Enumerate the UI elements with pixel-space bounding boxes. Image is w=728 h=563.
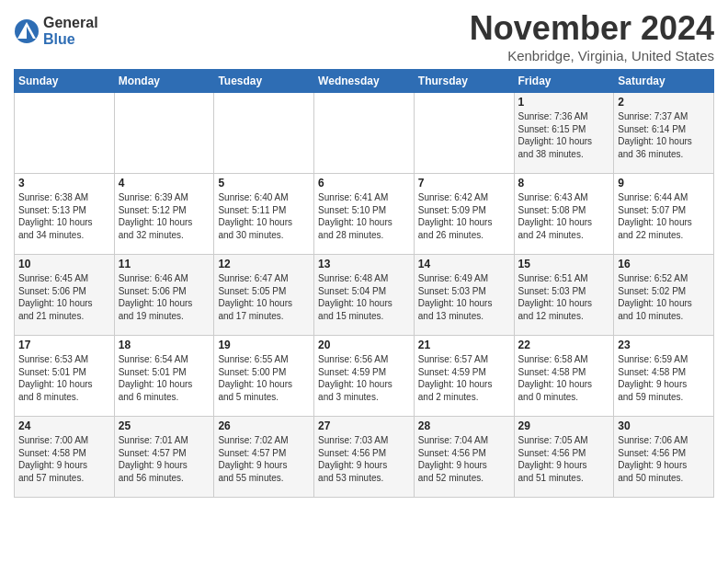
day-info: Sunrise: 7:00 AM Sunset: 4:58 PM Dayligh… [18,434,110,484]
day-number: 3 [18,177,110,190]
calendar-cell: 7Sunrise: 6:42 AM Sunset: 5:09 PM Daylig… [414,174,514,255]
calendar-cell: 3Sunrise: 6:38 AM Sunset: 5:13 PM Daylig… [15,174,115,255]
calendar-cell: 19Sunrise: 6:55 AM Sunset: 5:00 PM Dayli… [214,336,314,417]
calendar-cell: 4Sunrise: 6:39 AM Sunset: 5:12 PM Daylig… [114,174,214,255]
day-info: Sunrise: 6:58 AM Sunset: 4:58 PM Dayligh… [518,353,610,403]
day-header-monday: Monday [114,70,214,93]
logo-general-text: General [43,15,98,31]
day-info: Sunrise: 6:42 AM Sunset: 5:09 PM Dayligh… [418,191,510,241]
calendar-cell: 21Sunrise: 6:57 AM Sunset: 4:59 PM Dayli… [414,336,514,417]
day-number: 2 [618,96,710,109]
day-number: 4 [119,177,210,190]
day-number: 1 [518,96,610,109]
calendar-cell: 24Sunrise: 7:00 AM Sunset: 4:58 PM Dayli… [15,417,115,498]
calendar-cell [314,93,415,174]
day-header-wednesday: Wednesday [314,70,415,93]
day-info: Sunrise: 6:43 AM Sunset: 5:08 PM Dayligh… [518,191,610,241]
calendar-cell: 8Sunrise: 6:43 AM Sunset: 5:08 PM Daylig… [514,174,614,255]
day-number: 26 [218,419,310,432]
calendar-cell: 10Sunrise: 6:45 AM Sunset: 5:06 PM Dayli… [15,255,115,336]
calendar-cell: 29Sunrise: 7:05 AM Sunset: 4:56 PM Dayli… [514,417,614,498]
day-info: Sunrise: 7:05 AM Sunset: 4:56 PM Dayligh… [518,434,610,484]
day-number: 8 [518,177,610,190]
day-info: Sunrise: 6:44 AM Sunset: 5:07 PM Dayligh… [618,191,710,241]
day-number: 5 [218,177,310,190]
day-number: 29 [518,419,610,432]
day-info: Sunrise: 6:47 AM Sunset: 5:05 PM Dayligh… [218,272,310,322]
calendar-week-4: 17Sunrise: 6:53 AM Sunset: 5:01 PM Dayli… [15,336,714,417]
day-number: 10 [18,258,110,270]
day-info: Sunrise: 6:56 AM Sunset: 4:59 PM Dayligh… [318,353,410,403]
day-header-sunday: Sunday [15,70,115,93]
calendar-cell [214,93,314,174]
day-number: 23 [618,339,710,351]
calendar-cell: 13Sunrise: 6:48 AM Sunset: 5:04 PM Dayli… [314,255,415,336]
logo-blue-text: Blue [43,31,98,48]
calendar-week-2: 3Sunrise: 6:38 AM Sunset: 5:13 PM Daylig… [15,174,714,255]
day-number: 28 [418,419,510,432]
location: Kenbridge, Virginia, United States [470,48,714,63]
day-header-thursday: Thursday [414,70,514,93]
header: General Blue November 2024 Kenbridge, Vi… [14,9,714,63]
calendar-cell: 27Sunrise: 7:03 AM Sunset: 4:56 PM Dayli… [314,417,415,498]
day-number: 27 [318,419,410,432]
month-title: November 2024 [470,9,714,48]
calendar-week-3: 10Sunrise: 6:45 AM Sunset: 5:06 PM Dayli… [15,255,714,336]
calendar-cell: 22Sunrise: 6:58 AM Sunset: 4:58 PM Dayli… [514,336,614,417]
calendar-cell: 2Sunrise: 7:37 AM Sunset: 6:14 PM Daylig… [614,93,714,174]
day-number: 11 [119,258,210,270]
logo-text: General Blue [43,15,98,47]
calendar-cell: 11Sunrise: 6:46 AM Sunset: 5:06 PM Dayli… [114,255,214,336]
logo: General Blue [14,15,98,47]
day-number: 22 [518,339,610,351]
calendar-week-5: 24Sunrise: 7:00 AM Sunset: 4:58 PM Dayli… [15,417,714,498]
day-info: Sunrise: 6:54 AM Sunset: 5:01 PM Dayligh… [119,353,210,403]
calendar-cell: 23Sunrise: 6:59 AM Sunset: 4:58 PM Dayli… [614,336,714,417]
day-header-saturday: Saturday [614,70,714,93]
calendar-cell: 30Sunrise: 7:06 AM Sunset: 4:56 PM Dayli… [614,417,714,498]
calendar-cell: 15Sunrise: 6:51 AM Sunset: 5:03 PM Dayli… [514,255,614,336]
calendar-cell: 17Sunrise: 6:53 AM Sunset: 5:01 PM Dayli… [15,336,115,417]
day-number: 25 [119,419,210,432]
day-info: Sunrise: 6:55 AM Sunset: 5:00 PM Dayligh… [218,353,310,403]
day-info: Sunrise: 6:38 AM Sunset: 5:13 PM Dayligh… [18,191,110,241]
calendar-cell: 18Sunrise: 6:54 AM Sunset: 5:01 PM Dayli… [114,336,214,417]
day-info: Sunrise: 7:37 AM Sunset: 6:14 PM Dayligh… [618,110,710,160]
day-info: Sunrise: 6:59 AM Sunset: 4:58 PM Dayligh… [618,353,710,403]
day-info: Sunrise: 6:39 AM Sunset: 5:12 PM Dayligh… [119,191,210,241]
day-info: Sunrise: 6:53 AM Sunset: 5:01 PM Dayligh… [18,353,110,403]
day-info: Sunrise: 6:46 AM Sunset: 5:06 PM Dayligh… [119,272,210,322]
day-info: Sunrise: 6:52 AM Sunset: 5:02 PM Dayligh… [618,272,710,322]
calendar-cell: 12Sunrise: 6:47 AM Sunset: 5:05 PM Dayli… [214,255,314,336]
day-info: Sunrise: 6:45 AM Sunset: 5:06 PM Dayligh… [18,272,110,322]
day-number: 15 [518,258,610,270]
day-number: 21 [418,339,510,351]
calendar-week-1: 1Sunrise: 7:36 AM Sunset: 6:15 PM Daylig… [15,93,714,174]
day-number: 7 [418,177,510,190]
calendar-table: SundayMondayTuesdayWednesdayThursdayFrid… [14,69,714,498]
day-number: 18 [119,339,210,351]
logo-icon [14,18,40,44]
calendar-cell: 16Sunrise: 6:52 AM Sunset: 5:02 PM Dayli… [614,255,714,336]
calendar-cell: 25Sunrise: 7:01 AM Sunset: 4:57 PM Dayli… [114,417,214,498]
calendar-cell [114,93,214,174]
calendar-cell: 14Sunrise: 6:49 AM Sunset: 5:03 PM Dayli… [414,255,514,336]
day-number: 20 [318,339,410,351]
day-info: Sunrise: 7:06 AM Sunset: 4:56 PM Dayligh… [618,434,710,484]
day-header-friday: Friday [514,70,614,93]
calendar-cell: 20Sunrise: 6:56 AM Sunset: 4:59 PM Dayli… [314,336,415,417]
calendar-cell: 26Sunrise: 7:02 AM Sunset: 4:57 PM Dayli… [214,417,314,498]
day-info: Sunrise: 6:57 AM Sunset: 4:59 PM Dayligh… [418,353,510,403]
day-number: 19 [218,339,310,351]
day-info: Sunrise: 6:41 AM Sunset: 5:10 PM Dayligh… [318,191,410,241]
day-info: Sunrise: 7:04 AM Sunset: 4:56 PM Dayligh… [418,434,510,484]
day-info: Sunrise: 7:03 AM Sunset: 4:56 PM Dayligh… [318,434,410,484]
day-info: Sunrise: 6:40 AM Sunset: 5:11 PM Dayligh… [218,191,310,241]
day-number: 6 [318,177,410,190]
day-number: 17 [18,339,110,351]
day-info: Sunrise: 7:01 AM Sunset: 4:57 PM Dayligh… [119,434,210,484]
day-info: Sunrise: 6:51 AM Sunset: 5:03 PM Dayligh… [518,272,610,322]
calendar-cell: 9Sunrise: 6:44 AM Sunset: 5:07 PM Daylig… [614,174,714,255]
calendar-cell: 5Sunrise: 6:40 AM Sunset: 5:11 PM Daylig… [214,174,314,255]
calendar-header: SundayMondayTuesdayWednesdayThursdayFrid… [15,70,714,93]
